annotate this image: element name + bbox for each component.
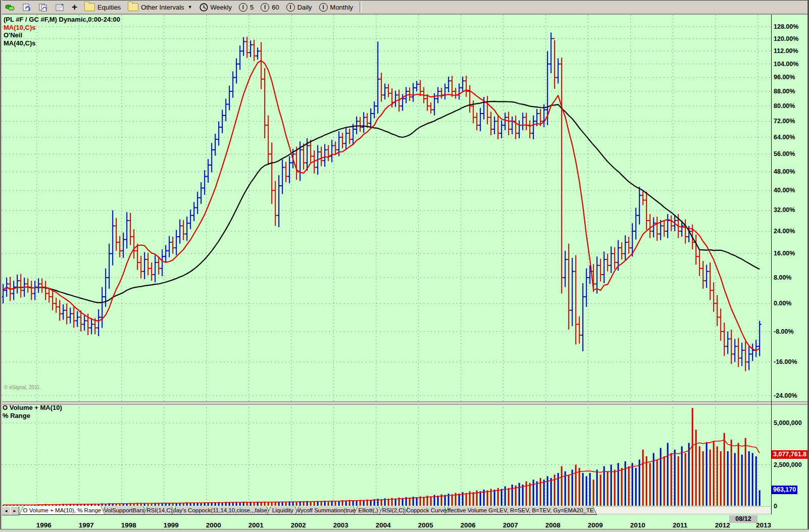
pages-refresh-icon — [38, 3, 48, 12]
study-tab[interactable]: Elliott(,) — [353, 506, 383, 515]
link-icon — [5, 3, 15, 12]
properties-button[interactable] — [53, 2, 67, 13]
five-label: 5 — [250, 4, 254, 11]
price-axis-label: 88.00% — [774, 87, 795, 95]
weekly-label: Weekly — [211, 4, 232, 11]
volume-axis-label: 0 — [774, 502, 777, 510]
volume-axis-label: 5,000,000 — [774, 419, 802, 427]
year-label: 2011 — [664, 521, 696, 529]
other-intervals-dropdown[interactable]: Other Intervals ▼ — [126, 2, 194, 13]
study-tab[interactable]: Coppock Curve — [404, 506, 448, 515]
panel-top-border — [0, 14, 809, 15]
study-tab[interactable]: O Volume + MA(10), % Range — [19, 506, 105, 515]
volume-bars-down — [10, 408, 745, 506]
last-volume-value-badge: 963,170 — [772, 486, 797, 494]
volume-bars-up — [3, 443, 760, 506]
year-label: 2006 — [452, 521, 484, 529]
interval-icon: I — [319, 3, 328, 12]
study-tab-label: Wycoff Summation(true) — [295, 506, 357, 514]
year-label: 2001 — [240, 521, 272, 529]
daily-label: Daily — [297, 4, 312, 11]
panel-divider — [0, 401, 809, 405]
year-label: 2007 — [494, 521, 527, 529]
year-label: 1999 — [155, 521, 187, 529]
price-axis-label: 80.00% — [774, 102, 795, 110]
price-axis-label: 96.00% — [774, 73, 795, 81]
study-tab[interactable]: Jay's Coppock(11,14,10,close,,,false) — [172, 506, 271, 515]
price-axis-label: 48.00% — [774, 168, 795, 176]
study-tab[interactable]: Wycoff Summation(true) — [295, 506, 358, 515]
price-axis-label: 104.00% — [774, 60, 798, 68]
price-axis-label: -16.00% — [774, 358, 797, 366]
price-axis-label: 64.00% — [774, 133, 795, 141]
study-tab-label: Coppock Curve — [404, 506, 448, 514]
copy-window-button[interactable] — [36, 2, 50, 13]
chevron-down-icon: ▼ — [188, 5, 192, 10]
price-axis-line — [771, 15, 772, 514]
year-label: 2002 — [282, 521, 315, 529]
price-axis-label: 24.00% — [774, 227, 795, 235]
price-axis-label: 112.00% — [774, 47, 798, 55]
price-axis-label: 40.00% — [774, 186, 795, 194]
properties-form-icon — [55, 3, 65, 12]
price-axis-label: 56.00% — [774, 150, 795, 158]
year-label: 2003 — [325, 521, 357, 529]
clock-icon — [199, 3, 208, 12]
study-tab[interactable]: RSI(14,C) — [143, 506, 176, 515]
year-label: 2008 — [537, 521, 569, 529]
copy-page-button[interactable] — [20, 2, 33, 13]
copyright-text: © eSignal, 2011. — [4, 385, 41, 390]
volume-axis-label: 2,500,000 — [774, 461, 802, 469]
horizontal-scrollbar[interactable] — [596, 506, 771, 514]
year-label: 2009 — [579, 521, 612, 529]
study-tab-label: Jay's Coppock(11,14,10,close,,,false) — [172, 506, 270, 514]
study-tab-label: Liquidity — [267, 506, 298, 514]
page-refresh-icon — [22, 3, 31, 12]
interval-icon: I — [261, 3, 269, 12]
interval-weekly-button[interactable]: Weekly — [197, 2, 234, 13]
interval-daily-button[interactable]: I Daily — [284, 2, 314, 13]
legend-oneil: O'Neil — [4, 31, 22, 39]
study-tab-row: O Volume + MA(10), % RangeVolSupportBars… — [19, 506, 597, 515]
monthly-label: Monthly — [330, 4, 353, 11]
legend-ma10: MA(10,C)s — [4, 24, 36, 31]
equities-folder-button[interactable]: Equities — [82, 2, 123, 13]
year-label: 2000 — [197, 521, 230, 529]
tab-scroll-right-button[interactable]: ► — [10, 506, 19, 515]
study-tab-label: VolSupportBars — [102, 506, 147, 514]
year-label: 2012 — [706, 521, 739, 529]
study-tab[interactable]: VolSupportBars — [101, 506, 147, 515]
volume-ma-value-badge: 3,077,761.8 — [772, 450, 808, 459]
price-axis-label: 72.00% — [774, 117, 795, 125]
toolbar: + Equities Other Intervals ▼ Weekly I 5 … — [0, 0, 809, 14]
interval-5-button[interactable]: I 5 — [237, 2, 256, 13]
price-axis-label: 0.00% — [774, 299, 791, 307]
window-bottom-edge — [0, 529, 809, 532]
year-label: 2013 — [747, 521, 780, 529]
legend-ma40: MA(40,C)s — [4, 39, 36, 47]
price-axis-label: 120.00% — [774, 35, 798, 43]
year-label: 1996 — [28, 521, 60, 529]
study-tab[interactable]: Liquidity — [267, 506, 299, 515]
year-label: 1998 — [113, 521, 145, 529]
ma10-line — [3, 61, 760, 351]
sixty-label: 60 — [272, 4, 279, 11]
chart-application-window: + Equities Other Intervals ▼ Weekly I 5 … — [0, 0, 809, 532]
folder-icon — [84, 3, 95, 11]
study-tab-label: RSI(2,C) — [379, 506, 408, 514]
vertical-gridlines — [37, 15, 758, 506]
interval-60-button[interactable]: I 60 — [259, 2, 281, 13]
price-axis-label: 32.00% — [774, 206, 795, 214]
price-axis-label: 16.00% — [774, 249, 795, 257]
tab-scroll-left-button[interactable]: ◄ — [2, 506, 11, 515]
interval-monthly-button[interactable]: I Monthly — [317, 2, 356, 13]
link-group-button[interactable] — [3, 2, 17, 13]
study-tab-label: O Volume + MA(10), % Range — [20, 506, 105, 514]
study-tab[interactable]: Effective Volume G=LEV, R=SEV, B=TEV, Gy… — [444, 506, 597, 515]
equities-label: Equities — [97, 4, 121, 11]
study-tab[interactable]: RSI(2,C) — [379, 506, 408, 515]
add-button[interactable]: + — [70, 2, 79, 13]
price-bars-down — [9, 37, 747, 371]
volume-panel-subtitle: % Range — [3, 412, 30, 419]
year-label: 2010 — [622, 521, 654, 529]
